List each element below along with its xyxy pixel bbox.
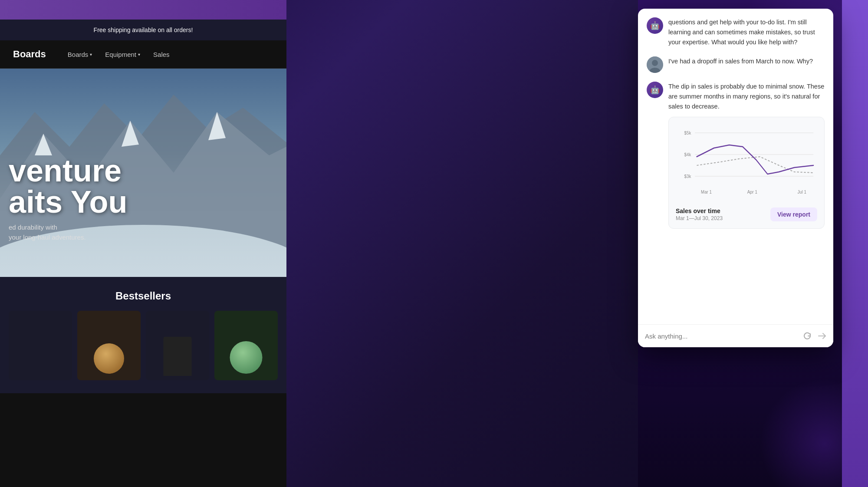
site-logo: Boards bbox=[13, 49, 46, 60]
svg-point-8 bbox=[652, 60, 658, 66]
bot-intro-message: 🤖 questions and get help with your to-do… bbox=[647, 17, 825, 48]
bot-answer-message: 🤖 The dip in sales is probably due to mi… bbox=[647, 82, 825, 229]
user-text: I've had a dropoff in sales from March t… bbox=[668, 56, 825, 66]
product-card[interactable] bbox=[146, 311, 209, 380]
product-card[interactable] bbox=[9, 311, 72, 380]
user-avatar bbox=[647, 56, 663, 73]
nav-boards-label: Boards bbox=[68, 51, 89, 58]
view-report-button[interactable]: View report bbox=[770, 207, 817, 221]
bot-avatar-2: 🤖 bbox=[647, 82, 663, 98]
shipping-banner: Free shipping available on all orders! bbox=[0, 20, 286, 40]
chart-area: $5k $4k $3k Mar 1 Apr 1 Jul 1 bbox=[676, 124, 817, 202]
bot-avatar: 🤖 bbox=[647, 17, 663, 34]
svg-text:Apr 1: Apr 1 bbox=[747, 190, 757, 195]
hero-subtitle-line2: your long-haul adventures. bbox=[9, 233, 127, 243]
chart-title: Sales over time bbox=[676, 207, 723, 214]
nav-sales-label: Sales bbox=[153, 51, 170, 58]
chat-input-area bbox=[638, 324, 833, 347]
bot-answer-bubble: The dip in sales is probably due to mini… bbox=[668, 82, 825, 229]
chart-info: Sales over time Mar 1—Jul 30, 2023 bbox=[676, 207, 723, 221]
site-navigation: Boards Boards ▾ Equipment ▾ Sales bbox=[0, 40, 286, 69]
chart-svg: $5k $4k $3k Mar 1 Apr 1 Jul 1 bbox=[676, 124, 817, 202]
svg-text:$4k: $4k bbox=[684, 152, 691, 158]
top-bar bbox=[0, 0, 286, 20]
chat-panel: 🤖 questions and get help with your to-do… bbox=[638, 0, 833, 487]
product-card[interactable] bbox=[77, 311, 141, 380]
svg-text:$5k: $5k bbox=[684, 131, 691, 136]
shipping-text: Free shipping available on all orders! bbox=[94, 26, 193, 33]
svg-text:Jul 1: Jul 1 bbox=[798, 190, 807, 195]
chat-input[interactable] bbox=[645, 332, 797, 340]
chevron-down-icon: ▾ bbox=[90, 52, 92, 57]
hero-title-line1: venture bbox=[9, 155, 127, 186]
ecommerce-site: Free shipping available on all orders! B… bbox=[0, 0, 286, 487]
hero-title: venture aits You bbox=[9, 155, 127, 217]
nav-equipment-label: Equipment bbox=[105, 51, 136, 58]
sales-chart-card: $5k $4k $3k Mar 1 Apr 1 Jul 1 bbox=[668, 117, 825, 229]
chat-messages: 🤖 questions and get help with your to-do… bbox=[638, 9, 833, 324]
nav-sales[interactable]: Sales bbox=[153, 51, 170, 58]
send-button[interactable] bbox=[818, 332, 826, 340]
hero-text: venture aits You ed durability with your… bbox=[0, 155, 136, 242]
chat-container: 🤖 questions and get help with your to-do… bbox=[638, 9, 833, 347]
bestsellers-title: Bestsellers bbox=[9, 290, 278, 302]
bot-intro-text: questions and get help with your to-do l… bbox=[668, 17, 825, 48]
hero-subtitle-line1: ed durability with bbox=[9, 223, 127, 233]
chart-date-range: Mar 1—Jul 30, 2023 bbox=[676, 215, 723, 221]
user-message: I've had a dropoff in sales from March t… bbox=[647, 56, 825, 73]
product-grid bbox=[9, 311, 278, 380]
hero-title-line2: aits You bbox=[9, 186, 127, 217]
bot-intro-bubble: questions and get help with your to-do l… bbox=[668, 17, 825, 48]
product-card[interactable] bbox=[214, 311, 278, 380]
bot-answer-text: The dip in sales is probably due to mini… bbox=[668, 82, 825, 112]
user-bubble: I've had a dropoff in sales from March t… bbox=[668, 56, 825, 66]
svg-text:$3k: $3k bbox=[684, 174, 691, 179]
hero-section: venture aits You ed durability with your… bbox=[0, 69, 286, 277]
chevron-down-icon: ▾ bbox=[138, 52, 140, 57]
hero-subtitle: ed durability with your long-haul advent… bbox=[9, 223, 127, 242]
bestsellers-section: Bestsellers bbox=[0, 277, 286, 393]
purple-sidebar bbox=[842, 0, 868, 487]
svg-text:Mar 1: Mar 1 bbox=[701, 190, 712, 195]
chart-footer: Sales over time Mar 1—Jul 30, 2023 View … bbox=[676, 207, 817, 221]
nav-equipment[interactable]: Equipment ▾ bbox=[105, 51, 140, 58]
refresh-icon[interactable] bbox=[801, 330, 813, 342]
nav-boards[interactable]: Boards ▾ bbox=[68, 51, 92, 58]
